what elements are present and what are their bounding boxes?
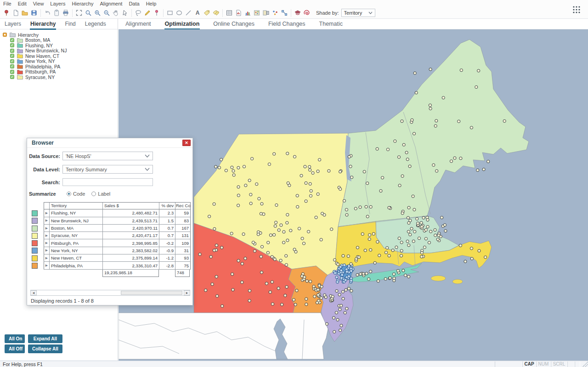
record-marker[interactable] [209, 255, 212, 258]
record-marker[interactable] [411, 119, 413, 121]
summarize-code-radio[interactable] [67, 192, 71, 196]
record-marker[interactable] [248, 299, 251, 302]
record-marker[interactable] [362, 272, 365, 275]
record-marker[interactable] [260, 203, 263, 205]
tag-icon[interactable] [202, 8, 211, 17]
data-source-select[interactable]: 'NE HospS' [62, 152, 153, 160]
record-marker[interactable] [334, 259, 336, 261]
menu-file[interactable]: File [0, 1, 15, 6]
record-marker[interactable] [441, 216, 443, 219]
record-marker[interactable] [215, 165, 217, 168]
record-marker[interactable] [372, 232, 375, 235]
record-marker[interactable] [345, 270, 348, 273]
table-row[interactable]: ▶ Pittsburgh, PA 2,398,995.85 -0.2 109 [31, 239, 191, 247]
record-marker[interactable] [350, 279, 352, 282]
record-marker[interactable] [266, 251, 269, 254]
record-marker[interactable] [305, 181, 307, 184]
record-marker[interactable] [279, 259, 282, 262]
record-marker[interactable] [413, 72, 416, 74]
open-folder-icon[interactable] [20, 8, 29, 17]
record-marker[interactable] [470, 126, 473, 129]
tab-field-changes[interactable]: Field Changes [268, 20, 306, 28]
record-marker[interactable] [344, 311, 346, 314]
record-marker[interactable] [213, 249, 215, 252]
record-marker[interactable] [376, 147, 379, 150]
map-points-icon[interactable] [252, 8, 261, 17]
record-marker[interactable] [423, 246, 426, 248]
menu-view[interactable]: View [30, 1, 47, 6]
record-marker[interactable] [269, 234, 272, 237]
tab-hierarchy[interactable]: Hierarchy [30, 20, 56, 28]
record-marker[interactable] [335, 311, 338, 314]
record-marker[interactable] [354, 207, 357, 210]
record-marker[interactable] [482, 168, 485, 171]
zoom-extent-icon[interactable] [74, 8, 84, 17]
record-marker[interactable] [429, 104, 431, 107]
map-table-icon[interactable] [261, 8, 271, 17]
expand-row-icon[interactable]: ▶ [44, 262, 50, 269]
tags-icon[interactable] [211, 8, 220, 17]
record-marker[interactable] [345, 288, 347, 291]
record-marker[interactable] [347, 255, 350, 258]
record-marker[interactable] [384, 251, 387, 254]
resize-grip[interactable] [582, 361, 588, 367]
expand-row-icon[interactable]: ▶ [44, 209, 50, 216]
record-marker[interactable] [424, 237, 427, 240]
record-marker[interactable] [293, 248, 296, 251]
record-marker[interactable] [407, 244, 410, 247]
record-marker[interactable] [249, 193, 252, 196]
record-marker[interactable] [345, 208, 348, 211]
record-marker[interactable] [428, 241, 430, 244]
record-marker[interactable] [366, 215, 369, 218]
record-marker[interactable] [277, 229, 280, 231]
checkbox[interactable]: ✓ [10, 64, 14, 68]
record-marker[interactable] [395, 246, 398, 248]
table-row[interactable]: ▶ New York, NY 2,383,582.02 -0.9 31 [31, 247, 191, 254]
record-marker[interactable] [237, 186, 240, 188]
record-marker[interactable] [241, 281, 243, 283]
record-marker[interactable] [318, 158, 321, 161]
record-marker[interactable] [359, 206, 362, 209]
rectangle-icon[interactable] [165, 8, 175, 17]
record-marker[interactable] [391, 249, 394, 252]
link-nodes-icon[interactable] [280, 8, 289, 17]
record-marker[interactable] [460, 69, 463, 72]
expand-row-icon[interactable]: ▶ [44, 247, 50, 254]
ellipse-icon[interactable] [175, 8, 184, 17]
record-marker[interactable] [417, 222, 419, 225]
record-marker[interactable] [260, 245, 263, 248]
record-marker[interactable] [386, 247, 389, 249]
record-marker[interactable] [388, 254, 390, 257]
record-marker[interactable] [298, 227, 300, 230]
magnifier-icon[interactable] [84, 8, 93, 17]
checkbox[interactable]: ✓ [10, 43, 14, 47]
record-marker[interactable] [404, 274, 407, 277]
record-marker[interactable] [337, 263, 339, 265]
menu-data[interactable]: Data [125, 1, 142, 6]
record-marker[interactable] [435, 169, 438, 172]
record-marker[interactable] [308, 165, 311, 168]
record-marker[interactable] [317, 294, 320, 296]
record-marker[interactable] [393, 277, 396, 280]
record-marker[interactable] [220, 158, 223, 161]
record-marker[interactable] [418, 237, 420, 240]
record-marker[interactable] [349, 165, 352, 168]
record-marker[interactable] [333, 330, 336, 333]
record-marker[interactable] [406, 240, 409, 243]
record-marker[interactable] [309, 194, 312, 197]
record-marker[interactable] [368, 278, 370, 281]
record-marker[interactable] [332, 316, 335, 319]
grad-cap-icon[interactable] [293, 8, 302, 17]
menu-layers[interactable]: Layers [47, 1, 68, 6]
island-nantucket[interactable] [452, 279, 463, 284]
record-marker[interactable] [459, 157, 462, 160]
horizontal-scrollbar[interactable]: ◄ ► [30, 290, 190, 296]
record-marker[interactable] [406, 158, 409, 161]
menu-help[interactable]: Help [143, 1, 160, 6]
record-marker[interactable] [237, 194, 240, 197]
record-marker[interactable] [424, 228, 427, 231]
record-marker[interactable] [273, 258, 276, 261]
record-marker[interactable] [304, 165, 306, 168]
record-marker[interactable] [384, 277, 387, 280]
record-marker[interactable] [252, 241, 254, 244]
